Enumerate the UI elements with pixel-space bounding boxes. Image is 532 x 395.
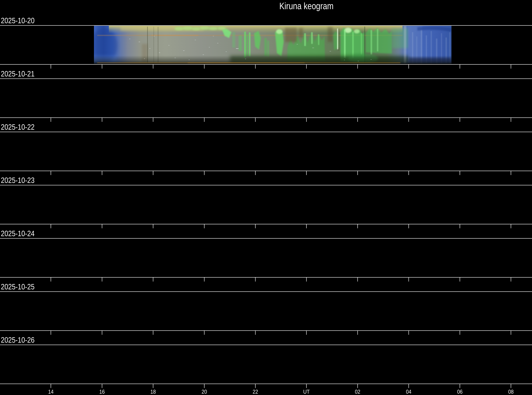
- row-start-date: 2025-10-25: [1, 282, 35, 291]
- axis-hour-label: UT: [296, 388, 317, 395]
- panel-bottom-axis: [0, 384, 532, 384]
- row-start-date: 2025-10-26: [1, 335, 35, 345]
- keogram-panel: [0, 345, 532, 384]
- north-label: North: [523, 234, 532, 238]
- axis-hour-label: 02: [347, 388, 368, 395]
- north-label: North: [523, 21, 532, 25]
- orange-band-strong: [151, 35, 198, 36]
- axis-tick: [511, 384, 511, 388]
- axis-hour-label: 08: [501, 388, 521, 395]
- north-label: North: [523, 74, 532, 79]
- axis-tick: [102, 384, 102, 388]
- dark-ray-line-1: [339, 29, 339, 51]
- north-label: North: [523, 340, 532, 345]
- keogram-image-2025-10-20: [94, 26, 451, 64]
- row-start-date: 2025-10-20: [1, 16, 35, 25]
- axis-tick: [460, 384, 460, 388]
- keogram-svg: [94, 26, 451, 64]
- north-label: North: [523, 287, 532, 292]
- axis-tick: [204, 384, 204, 388]
- keogram-page: { "header": { "title": "Kiruna keogram" …: [0, 0, 532, 395]
- row-start-date: 2025-10-22: [1, 122, 35, 132]
- keogram-day-row: 2025-10-26 2025-10-27 North South: [0, 319, 532, 390]
- row-start-date: 2025-10-21: [1, 69, 35, 78]
- south-label: South: [523, 384, 532, 389]
- axis-hour-label: 22: [245, 388, 266, 395]
- axis-hour-label: 14: [41, 388, 61, 395]
- hour-axis-labels: 1416182022UT0204060810: [0, 388, 532, 395]
- axis-hour-label: 18: [143, 388, 163, 395]
- axis-tick: [153, 384, 153, 388]
- bottom-vignette: [94, 55, 451, 64]
- north-label: North: [523, 127, 532, 132]
- south-orange-line-bright: [188, 63, 305, 63]
- axis-hour-label: 16: [92, 388, 112, 395]
- north-label: North: [523, 181, 532, 185]
- axis-hour-label: 20: [194, 388, 215, 395]
- axis-tick: [408, 384, 409, 388]
- row-start-date: 2025-10-23: [1, 176, 35, 185]
- axis-tick: [357, 384, 358, 388]
- row-start-date: 2025-10-24: [1, 229, 35, 238]
- axis-tick: [51, 384, 51, 388]
- axis-tick: [255, 384, 256, 388]
- axis-hour-label: 04: [398, 388, 419, 395]
- axis-tick: [306, 384, 307, 388]
- axis-hour-label: 06: [450, 388, 470, 395]
